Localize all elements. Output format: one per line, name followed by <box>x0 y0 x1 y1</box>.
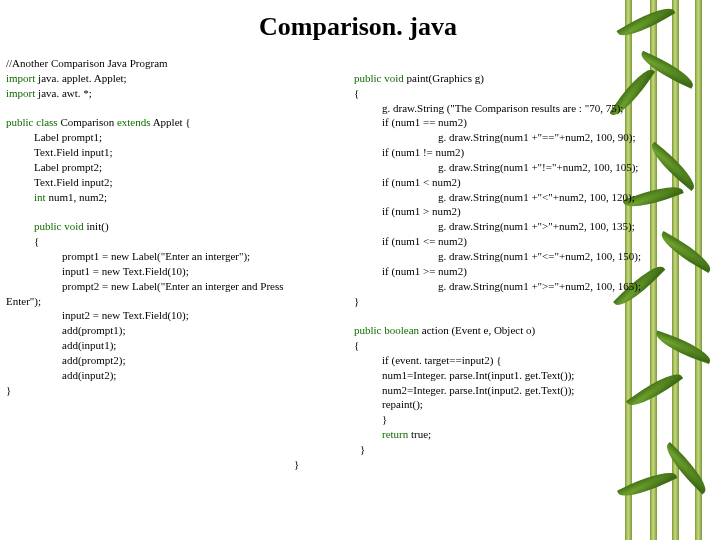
code-line: } <box>354 412 710 427</box>
code-line: input1 = new Text.Field(10); <box>6 264 354 279</box>
code-line: if (num1 <= num2) <box>354 234 710 249</box>
code-line: add(input1); <box>6 338 354 353</box>
code-line: Label prompt2; <box>6 160 354 175</box>
code-line: g. draw.String(num1 +"<="+num2, 100, 150… <box>354 249 710 264</box>
blank-line <box>6 101 354 116</box>
code-line: import java. awt. *; <box>6 86 354 101</box>
code-line: { <box>354 338 710 353</box>
code-line: Enter"); <box>6 294 354 309</box>
code-line: g. draw.String(num1 +">="+num2, 100, 165… <box>354 279 710 294</box>
page-title: Comparison. java <box>6 12 710 42</box>
code-line: if (num1 < num2) <box>354 175 710 190</box>
code-line: { <box>354 86 710 101</box>
code-line: Label prompt1; <box>6 130 354 145</box>
code-line: repaint(); <box>354 397 710 412</box>
code-line: num1=Integer. parse.Int(input1. get.Text… <box>354 368 710 383</box>
code-line: } <box>354 294 710 309</box>
code-line: input2 = new Text.Field(10); <box>6 308 354 323</box>
code-line: add(input2); <box>6 368 354 383</box>
code-line: { <box>6 234 354 249</box>
slide-content: Comparison. java //Another Comparison Ja… <box>0 0 720 472</box>
code-columns: //Another Comparison Java Program import… <box>6 56 710 472</box>
code-line: g. draw.String ("The Comparison results … <box>354 101 710 116</box>
code-line: if (num1 == num2) <box>354 115 710 130</box>
code-line: g. draw.String(num1 +">"+num2, 100, 135)… <box>354 219 710 234</box>
code-line: public void paint(Graphics g) <box>354 71 710 86</box>
blank-line <box>354 308 710 323</box>
blank-line <box>6 204 354 219</box>
code-line: add(prompt1); <box>6 323 354 338</box>
code-line: if (num1 != num2) <box>354 145 710 160</box>
code-line: g. draw.String(num1 +"!="+num2, 100, 105… <box>354 160 710 175</box>
code-line: import java. applet. Applet; <box>6 71 354 86</box>
code-line: Text.Field input1; <box>6 145 354 160</box>
code-line: if (num1 > num2) <box>354 204 710 219</box>
code-line: public void init() <box>6 219 354 234</box>
code-line: Text.Field input2; <box>6 175 354 190</box>
code-line: if (event. target==input2) { <box>354 353 710 368</box>
code-line: } <box>294 457 710 472</box>
code-left-column: //Another Comparison Java Program import… <box>6 56 354 472</box>
code-line: if (num1 >= num2) <box>354 264 710 279</box>
code-line: int num1, num2; <box>6 190 354 205</box>
code-line: prompt1 = new Label("Enter an interger")… <box>6 249 354 264</box>
code-line: public class Comparison extends Applet { <box>6 115 354 130</box>
code-line: return true; <box>354 427 710 442</box>
code-right-column: public void paint(Graphics g) { g. draw.… <box>354 56 710 472</box>
code-line: num2=Integer. parse.Int(input2. get.Text… <box>354 383 710 398</box>
blank-line <box>354 56 710 71</box>
code-line: } <box>6 383 354 398</box>
code-line: g. draw.String(num1 +"<"+num2, 100, 120)… <box>354 190 710 205</box>
code-line: } <box>354 442 710 457</box>
code-line: public boolean action (Event e, Object o… <box>354 323 710 338</box>
code-line: prompt2 = new Label("Enter an interger a… <box>6 279 354 294</box>
code-line: //Another Comparison Java Program <box>6 56 354 71</box>
code-line: add(prompt2); <box>6 353 354 368</box>
code-line: g. draw.String(num1 +"=="+num2, 100, 90)… <box>354 130 710 145</box>
